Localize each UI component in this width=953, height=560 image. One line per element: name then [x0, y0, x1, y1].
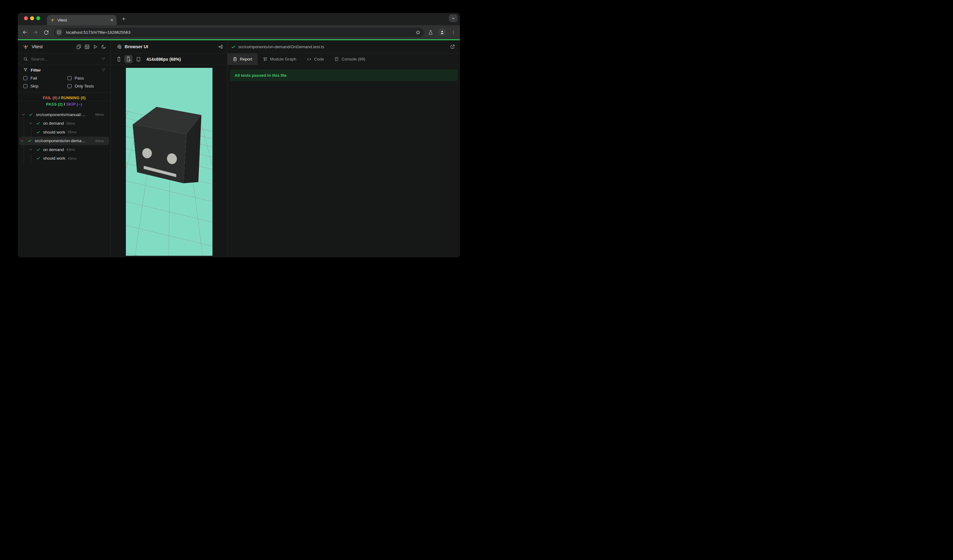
- browser-ui-panel: Browser UI 414x896px (68%): [111, 40, 228, 257]
- filter-title: Filter: [31, 68, 101, 73]
- avatar: [438, 28, 446, 36]
- filter-checkbox-only-tests[interactable]: Only Tests: [68, 84, 110, 88]
- run-all-button[interactable]: [93, 44, 98, 50]
- check-icon: [36, 156, 40, 160]
- experiments-flask-button[interactable]: [428, 30, 433, 35]
- checkbox[interactable]: [23, 84, 27, 88]
- profile-button[interactable]: [438, 28, 446, 36]
- preview-body: [111, 65, 227, 257]
- checkbox[interactable]: [23, 76, 27, 80]
- report-tabs: Report Module Graph Code Console (69): [228, 53, 460, 65]
- vitest-ui: Vitest: [18, 40, 460, 257]
- check-icon: [36, 148, 40, 152]
- device-phone-plus-button[interactable]: [124, 55, 133, 63]
- screenshot-stage: Vitest ✕ +: [0, 0, 476, 280]
- console-icon: [334, 57, 339, 61]
- open-panel-right-button[interactable]: [218, 44, 227, 50]
- skip-count: SKIP (--): [66, 102, 82, 107]
- tab-module-graph[interactable]: Module Graph: [258, 53, 302, 65]
- fail-count: FAIL (0): [43, 96, 57, 100]
- filter-funnel-icon: [23, 68, 28, 72]
- chevron-down-icon[interactable]: [29, 148, 33, 151]
- search-icon: [23, 57, 28, 61]
- device-tablet-button[interactable]: [134, 55, 143, 63]
- browser-tab[interactable]: Vitest ✕: [47, 15, 117, 25]
- chevron-down-icon: [451, 16, 455, 20]
- device-phone-button[interactable]: [115, 55, 123, 63]
- tab-console[interactable]: Console (69): [329, 53, 370, 65]
- checkbox[interactable]: [68, 76, 71, 80]
- test-suite-row[interactable]: on demand 43ms: [19, 145, 109, 154]
- info-icon: [57, 30, 61, 34]
- browser-menu-button[interactable]: [451, 30, 456, 35]
- new-tab-button[interactable]: +: [120, 16, 127, 22]
- filter-checkbox-fail[interactable]: Fail: [23, 76, 68, 81]
- sidebar-actions: [76, 44, 110, 50]
- chevron-down-icon[interactable]: [22, 113, 25, 116]
- pass-count: PASS (2): [46, 102, 63, 107]
- maximize-window-button[interactable]: [36, 16, 40, 20]
- search-bar[interactable]: Search...: [18, 53, 110, 65]
- filter-checkbox-skip[interactable]: Skip: [23, 84, 68, 88]
- vitest-logo-icon: [23, 44, 29, 50]
- robot-cube: [133, 107, 202, 183]
- tab-search-button[interactable]: [449, 14, 458, 22]
- code-icon: [307, 57, 312, 62]
- reload-button[interactable]: [43, 30, 49, 35]
- site-info-button[interactable]: [55, 29, 63, 36]
- collapse-panels-button[interactable]: [76, 44, 81, 50]
- test-case-row[interactable]: should work 43ms: [19, 154, 109, 163]
- test-file-row[interactable]: src/components/manual/… 56ms: [19, 110, 109, 119]
- viewport-dimensions: 414x896px (68%): [146, 57, 181, 62]
- tested-app-viewport[interactable]: [126, 68, 213, 256]
- browser-toolbar: localhost:5173/#/?file=1828625563: [18, 25, 460, 39]
- stats-line-2: PASS (2) / SKIP (--): [43, 101, 86, 108]
- forward-button[interactable]: [33, 29, 38, 35]
- filter-checkbox-pass[interactable]: Pass: [68, 76, 110, 81]
- url-text[interactable]: localhost:5173/#/?file=1828625563: [66, 30, 415, 35]
- stats-line-1: FAIL (0) / RUNNING (0): [43, 95, 86, 101]
- device-toolbar: 414x896px (68%): [111, 53, 227, 65]
- check-icon: [29, 113, 33, 117]
- bookmark-star-icon[interactable]: [415, 30, 421, 35]
- tab-close-icon[interactable]: ✕: [110, 18, 113, 22]
- tab-report[interactable]: Report: [228, 53, 258, 65]
- chevron-down-icon[interactable]: [20, 139, 24, 143]
- back-button[interactable]: [22, 29, 28, 35]
- sidebar-header: Vitest: [18, 40, 110, 53]
- chevron-down-icon[interactable]: [29, 122, 33, 125]
- theme-toggle-moon-icon[interactable]: [101, 44, 106, 50]
- indent-guide: [31, 128, 31, 137]
- check-icon: [36, 130, 40, 134]
- check-icon: [231, 45, 236, 49]
- sidebar: Vitest: [18, 40, 111, 257]
- globe-icon: [117, 44, 122, 49]
- module-graph-icon: [263, 57, 268, 62]
- browser-window: Vitest ✕ +: [18, 13, 460, 257]
- dashboard-button[interactable]: [84, 44, 90, 50]
- clear-filters-icon[interactable]: [101, 68, 110, 73]
- open-in-editor-button[interactable]: [450, 44, 460, 49]
- indent-guide: [31, 154, 31, 163]
- clear-search-filter-icon[interactable]: [101, 57, 110, 61]
- search-input[interactable]: Search...: [31, 57, 101, 61]
- test-tree: src/components/manual/… 56ms on demand 5…: [18, 109, 110, 257]
- tab-strip: Vitest ✕ +: [18, 13, 460, 25]
- report-header: src/components/on-demand/OnDemand.test.t…: [228, 40, 460, 53]
- checkbox[interactable]: [68, 84, 71, 88]
- banner-text: All tests passed in this file: [234, 73, 287, 78]
- close-window-button[interactable]: [24, 16, 28, 20]
- tab-code[interactable]: Code: [301, 53, 329, 65]
- test-file-row-selected[interactable]: src/components/on-dema… 43ms: [19, 137, 109, 146]
- test-suite-row[interactable]: on demand 56ms: [19, 119, 109, 128]
- address-bar[interactable]: localhost:5173/#/?file=1828625563: [54, 28, 424, 37]
- minimize-window-button[interactable]: [30, 16, 34, 20]
- report-body: All tests passed in this file: [228, 65, 460, 257]
- running-count: RUNNING (0): [61, 96, 85, 100]
- test-file-path: src/components/on-demand/OnDemand.test.t…: [238, 45, 324, 49]
- report-panel: src/components/on-demand/OnDemand.test.t…: [228, 40, 460, 257]
- test-case-row[interactable]: should work 55ms: [19, 128, 109, 137]
- tab-title: Vitest: [57, 18, 110, 22]
- vitest-favicon-icon: [50, 18, 55, 22]
- browser-ui-title: Browser UI: [125, 44, 148, 49]
